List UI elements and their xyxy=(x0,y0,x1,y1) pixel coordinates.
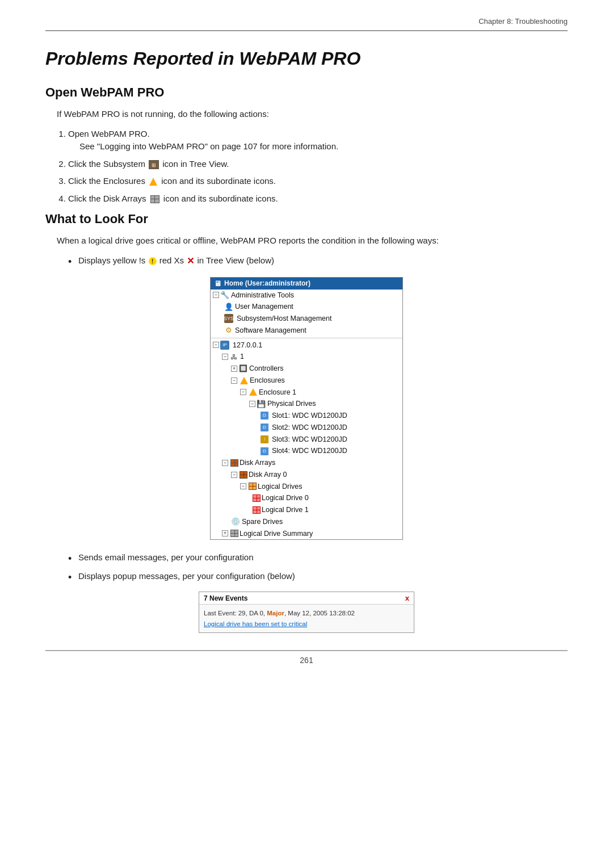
tree-item-slot3[interactable]: ! Slot3: WDC WD1200JD xyxy=(211,434,402,446)
enclosure-icon-inline xyxy=(149,178,157,186)
subsystem-icon-inline: ⊞ xyxy=(149,160,159,169)
popup-box: 7 New Events x Last Event: 29, DA 0, Maj… xyxy=(199,592,414,633)
disk-arrays-icon xyxy=(230,459,238,467)
chapter-label: Chapter 8: Troubleshooting xyxy=(478,17,568,26)
bullet-2: Sends email messages, per your configura… xyxy=(68,551,568,564)
bullet1-text: Displays yellow !s ! red Xs ✕ in Tree Vi… xyxy=(78,255,274,265)
tree-item-logical-drive-1[interactable]: Logical Drive 1 xyxy=(211,504,402,516)
logical-drive1-icon xyxy=(253,506,261,514)
spare-drives-icon: 💿 xyxy=(231,517,240,526)
popup-close-button[interactable]: x xyxy=(405,594,409,602)
logical-drives-expand[interactable]: − xyxy=(240,483,246,489)
page-number: 261 xyxy=(300,656,313,665)
step4-text: Click the Disk Arrays icon and its subor… xyxy=(68,194,278,203)
disk-array0-label: Disk Array 0 xyxy=(249,469,287,480)
popup-line2-link[interactable]: Logical drive has been set to critical xyxy=(204,620,307,627)
tree-item-slot1[interactable]: D Slot1: WDC WD1200JD xyxy=(211,410,402,422)
slot1-label: Slot1: WDC WD1200JD xyxy=(272,410,347,421)
slot3-icon: ! xyxy=(261,435,268,443)
tree-home-icon: 🖥 xyxy=(214,279,221,288)
ip-label: 127.0.0.1 xyxy=(233,340,262,351)
popup-line2: Logical drive has been set to critical xyxy=(204,619,409,629)
software-mgmt-label: Software Management xyxy=(235,325,306,336)
controllers-label: Controllers xyxy=(249,363,283,374)
server-expand[interactable]: − xyxy=(222,354,228,360)
slot2-icon: D xyxy=(261,423,268,431)
server-icon: 🖧 xyxy=(229,353,238,362)
physical-drives-label: Physical Drives xyxy=(267,399,316,409)
tree-item-admin-tools[interactable]: − 🔧 Administrative Tools xyxy=(211,290,402,301)
logical-drive1-label: Logical Drive 1 xyxy=(262,505,309,515)
tree-item-slot4[interactable]: D Slot4: WDC WD1200JD xyxy=(211,445,402,457)
ld-summary-icon xyxy=(230,530,238,537)
tree-item-ld-summary[interactable]: + Logical Drive Summary xyxy=(211,528,402,540)
section2-heading: What to Look For xyxy=(45,212,568,227)
popup-body: Last Event: 29, DA 0, Major, May 12, 200… xyxy=(199,605,414,632)
slot4-icon: D xyxy=(261,447,268,455)
ip-expand[interactable]: − xyxy=(213,342,219,348)
tree-item-logical-drives[interactable]: − Logical Drives xyxy=(211,481,402,493)
controllers-icon: 🔲 xyxy=(238,364,247,373)
step2-text: Click the Subsystem ⊞ icon in Tree View. xyxy=(68,159,229,169)
tree-view: 🖥 Home (User:administrator) − 🔧 Administ… xyxy=(210,277,403,540)
tree-item-slot2[interactable]: D Slot2: WDC WD1200JD xyxy=(211,422,402,434)
user-mgmt-icon: 👤 xyxy=(224,303,233,312)
enclosures-icon xyxy=(240,377,248,384)
server-label: 1 xyxy=(240,351,244,362)
tree-item-logical-drive-0[interactable]: Logical Drive 0 xyxy=(211,492,402,504)
bullet3-text: Displays popup messages, per your config… xyxy=(78,571,295,581)
user-mgmt-label: User Management xyxy=(235,301,293,312)
enclosure1-icon xyxy=(249,388,257,396)
tree-item-user-mgmt[interactable]: 👤 User Management xyxy=(211,301,402,313)
step-3: Click the Enclosures icon and its subord… xyxy=(68,175,568,188)
tree-item-ip[interactable]: − IP 127.0.0.1 xyxy=(211,339,402,351)
controllers-expand[interactable]: + xyxy=(231,366,237,372)
logical-drive0-icon xyxy=(253,494,261,502)
bullet-3: Displays popup messages, per your config… xyxy=(68,570,568,583)
yellow-exclaim-icon: ! xyxy=(149,257,157,265)
tree-item-enclosures[interactable]: − Enclosures xyxy=(211,375,402,387)
slot1-icon: D xyxy=(261,412,268,420)
popup-container: 7 New Events x Last Event: 29, DA 0, Maj… xyxy=(45,592,568,633)
spare-drives-label: Spare Drives xyxy=(242,517,283,527)
slot2-label: Slot2: WDC WD1200JD xyxy=(272,422,347,433)
physical-drives-expand[interactable]: − xyxy=(249,401,255,407)
tree-item-enclosure1[interactable]: − Enclosure 1 xyxy=(211,387,402,399)
tree-title-bar: 🖥 Home (User:administrator) xyxy=(211,278,402,290)
tree-separator-1 xyxy=(211,338,402,338)
step-4: Click the Disk Arrays icon and its subor… xyxy=(68,192,568,206)
popup-line1: Last Event: 29, DA 0, Major, May 12, 200… xyxy=(204,608,409,618)
disk-array0-expand[interactable]: − xyxy=(231,472,237,478)
tree-item-disk-array-0[interactable]: − Disk Array 0 xyxy=(211,469,402,481)
admin-label: Administrative Tools xyxy=(231,290,294,301)
popup-title-bar: 7 New Events x xyxy=(199,592,414,605)
physical-drives-icon: 💾 xyxy=(257,400,266,409)
tree-item-spare-drives[interactable]: 💿 Spare Drives xyxy=(211,516,402,528)
tree-item-physical-drives[interactable]: − 💾 Physical Drives xyxy=(211,398,402,410)
slot4-label: Slot4: WDC WD1200JD xyxy=(272,446,347,456)
bullet-list: Displays yellow !s ! red Xs ✕ in Tree Vi… xyxy=(68,254,568,268)
slot3-label: Slot3: WDC WD1200JD xyxy=(272,434,347,445)
tree-item-subsystem-mgmt[interactable]: SYS Subsystem/Host Management xyxy=(211,313,402,325)
section1-intro: If WebPAM PRO is not running, do the fol… xyxy=(57,108,568,121)
admin-expand[interactable]: − xyxy=(213,292,219,298)
tree-item-disk-arrays[interactable]: − Disk Arrays xyxy=(211,457,402,469)
tree-item-software-mgmt[interactable]: ⚙ Software Management xyxy=(211,325,402,337)
popup-title: 7 New Events xyxy=(204,594,247,602)
disk-arrays-expand[interactable]: − xyxy=(222,460,228,466)
tree-view-container: 🖥 Home (User:administrator) − 🔧 Administ… xyxy=(45,277,568,540)
disk-arrays-label: Disk Arrays xyxy=(240,458,275,468)
enclosures-expand[interactable]: − xyxy=(231,378,237,384)
page-title: Problems Reported in WebPAM PRO xyxy=(45,48,568,69)
disk-array0-icon xyxy=(240,471,247,479)
bullet2-text: Sends email messages, per your configura… xyxy=(78,552,254,562)
section1-heading: Open WebPAM PRO xyxy=(45,85,568,100)
logical-drives-label: Logical Drives xyxy=(258,481,303,492)
logical-drive0-label: Logical Drive 0 xyxy=(262,493,309,504)
tree-item-controllers[interactable]: + 🔲 Controllers xyxy=(211,363,402,375)
admin-icon: 🔧 xyxy=(220,291,229,300)
tree-item-server[interactable]: − 🖧 1 xyxy=(211,351,402,363)
popup-major-word: Major xyxy=(267,610,284,617)
ld-summary-expand[interactable]: + xyxy=(222,530,228,536)
enclosure1-expand[interactable]: − xyxy=(240,389,246,395)
